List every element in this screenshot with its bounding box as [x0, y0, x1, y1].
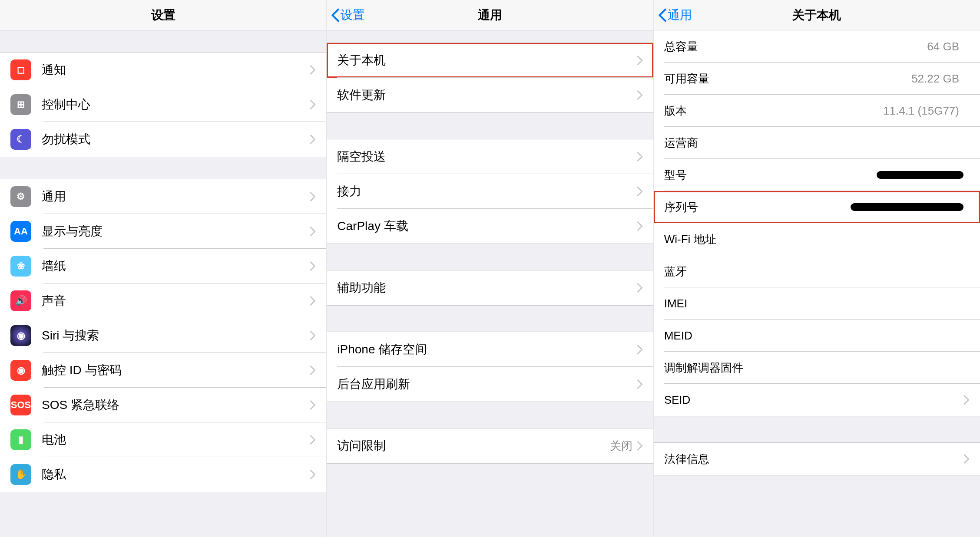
back-to-settings[interactable]: 设置	[331, 7, 365, 23]
chevron-right-icon	[637, 441, 643, 451]
row-wi-fi-地址: Wi-Fi 地址	[654, 223, 980, 255]
chevron-right-icon	[637, 379, 643, 389]
row-label: 勿扰模式	[42, 131, 310, 148]
row-调制解调器固件: 调制解调器固件	[654, 352, 980, 384]
privacy-icon: ✋	[10, 464, 31, 485]
row-label: 辅助功能	[337, 280, 636, 296]
general-group-4: iPhone 储存空间后台应用刷新	[327, 332, 653, 402]
display-brightness-icon: AA	[10, 221, 31, 242]
back-to-general[interactable]: 通用	[658, 7, 692, 23]
row-iphone-储存空间[interactable]: iPhone 储存空间	[327, 332, 653, 367]
row-关于本机[interactable]: 关于本机	[327, 43, 653, 78]
chevron-right-icon	[963, 454, 970, 464]
chevron-right-icon	[310, 65, 316, 75]
row-label: 通知	[42, 62, 310, 78]
row-label: 控制中心	[42, 96, 310, 113]
row-imei: IMEI	[654, 287, 980, 320]
chevron-right-icon	[637, 344, 643, 355]
chevron-right-icon	[637, 221, 643, 231]
back-label-general: 通用	[668, 7, 692, 23]
navbar-settings: 设置	[0, 0, 326, 30]
settings-row-control-center[interactable]: ⊞控制中心	[0, 87, 326, 122]
settings-row-display-brightness[interactable]: AA显示与亮度	[0, 214, 326, 249]
row-label: 接力	[337, 183, 636, 200]
notifications-icon: ◻	[10, 59, 31, 80]
general-group-2: 隔空投送接力CarPlay 车载	[327, 139, 653, 244]
settings-row-do-not-disturb[interactable]: ☾勿扰模式	[0, 122, 326, 157]
settings-row-notifications[interactable]: ◻通知	[0, 53, 326, 87]
chevron-left-icon	[658, 8, 667, 23]
chevron-right-icon	[310, 365, 316, 376]
chevron-right-icon	[310, 226, 316, 237]
row-label: 电池	[42, 432, 310, 448]
about-group-legal: 法律信息	[654, 442, 980, 475]
row-carplay-车载[interactable]: CarPlay 车载	[327, 209, 653, 244]
row-可用容量: 可用容量52.22 GB	[654, 63, 980, 95]
chevron-right-icon	[310, 330, 316, 341]
control-center-icon: ⊞	[10, 94, 31, 115]
row-label: 声音	[42, 293, 310, 309]
general-group-5: 访问限制关闭	[327, 428, 653, 464]
settings-row-sos[interactable]: SOSSOS 紧急联络	[0, 388, 326, 422]
row-label: 隐私	[42, 466, 310, 483]
row-版本: 版本11.4.1 (15G77)	[654, 95, 980, 127]
navbar-title-general: 通用	[478, 7, 502, 23]
wallpaper-icon: ❀	[10, 256, 31, 277]
row-label: CarPlay 车载	[337, 218, 636, 234]
do-not-disturb-icon: ☾	[10, 129, 31, 150]
row-辅助功能[interactable]: 辅助功能	[327, 270, 653, 305]
settings-row-sounds[interactable]: 🔊声音	[0, 283, 326, 318]
row-运营商: 运营商	[654, 127, 980, 159]
row-label: iPhone 储存空间	[337, 341, 636, 358]
row-value: 64 GB	[927, 40, 959, 53]
navbar-general: 设置 通用	[327, 0, 653, 30]
panel-about: 通用 关于本机 总容量64 GB可用容量52.22 GB版本11.4.1 (15…	[653, 0, 980, 537]
chevron-right-icon	[637, 186, 643, 197]
settings-content: ◻通知⊞控制中心☾勿扰模式 ⚙通用AA显示与亮度❀墙纸🔊声音◉Siri 与搜索◉…	[0, 30, 326, 537]
sounds-icon: 🔊	[10, 290, 31, 311]
settings-row-general[interactable]: ⚙通用	[0, 179, 326, 214]
row-label: 墙纸	[42, 258, 310, 274]
navbar-title-settings: 设置	[151, 7, 175, 23]
chevron-right-icon	[310, 261, 316, 271]
row-软件更新[interactable]: 软件更新	[327, 78, 653, 112]
settings-row-siri-search[interactable]: ◉Siri 与搜索	[0, 318, 326, 353]
navbar-about: 通用 关于本机	[654, 0, 980, 30]
row-法律信息[interactable]: 法律信息	[654, 443, 980, 475]
back-label-settings: 设置	[341, 7, 365, 23]
row-label: 访问限制	[337, 438, 609, 454]
row-label: 蓝牙	[664, 264, 963, 279]
row-蓝牙: 蓝牙	[654, 255, 980, 287]
row-label: 关于本机	[337, 52, 636, 69]
chevron-right-icon	[963, 395, 970, 405]
chevron-right-icon	[310, 134, 316, 145]
chevron-right-icon	[310, 435, 316, 445]
about-content: 总容量64 GB可用容量52.22 GB版本11.4.1 (15G77)运营商型…	[654, 30, 980, 537]
row-label: 序列号	[664, 200, 851, 215]
chevron-right-icon	[310, 469, 316, 480]
row-访问限制[interactable]: 访问限制关闭	[327, 428, 653, 463]
row-接力[interactable]: 接力	[327, 174, 653, 209]
row-seid[interactable]: SEID	[654, 384, 980, 416]
settings-group-1: ◻通知⊞控制中心☾勿扰模式	[0, 52, 326, 157]
row-label: 隔空投送	[337, 148, 636, 165]
row-隔空投送[interactable]: 隔空投送	[327, 139, 653, 174]
row-后台应用刷新[interactable]: 后台应用刷新	[327, 367, 653, 402]
row-label: Siri 与搜索	[42, 327, 310, 344]
row-label: SEID	[664, 393, 963, 407]
redacted-value	[877, 171, 963, 179]
row-序列号: 序列号	[654, 191, 980, 223]
siri-search-icon: ◉	[10, 325, 31, 346]
row-label: 运营商	[664, 135, 963, 151]
row-型号: 型号	[654, 159, 980, 191]
settings-row-battery[interactable]: ▮电池	[0, 422, 326, 457]
row-label: Wi-Fi 地址	[664, 232, 963, 247]
touchid-passcode-icon: ◉	[10, 360, 31, 381]
settings-row-privacy[interactable]: ✋隐私	[0, 457, 326, 492]
settings-row-wallpaper[interactable]: ❀墙纸	[0, 249, 326, 283]
settings-row-touchid-passcode[interactable]: ◉触控 ID 与密码	[0, 353, 326, 388]
row-label: 调制解调器固件	[664, 360, 963, 376]
row-总容量: 总容量64 GB	[654, 30, 980, 63]
general-group-3: 辅助功能	[327, 270, 653, 306]
redacted-value	[851, 203, 963, 211]
